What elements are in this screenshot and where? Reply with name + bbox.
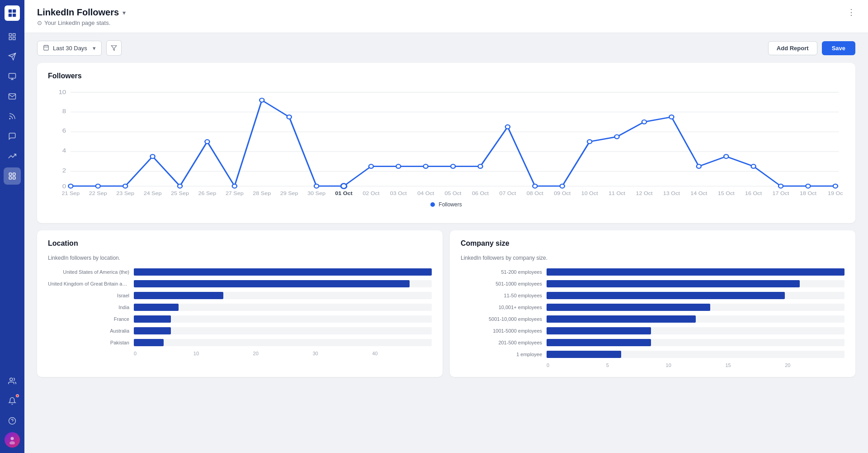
bar-row: 10,001+ employees <box>461 304 844 311</box>
bar-fill <box>547 327 651 334</box>
svg-text:09 Oct: 09 Oct <box>554 191 571 196</box>
sidebar-item-send[interactable] <box>4 48 21 65</box>
svg-text:02 Oct: 02 Oct <box>363 191 380 196</box>
svg-text:0: 0 <box>62 183 66 190</box>
save-button[interactable]: Save <box>822 41 855 55</box>
bar-label: France <box>48 316 129 322</box>
followers-line-chart: 0 2 4 6 8 10 <box>48 87 844 214</box>
sidebar-item-users[interactable] <box>4 372 21 390</box>
bar-track <box>134 327 432 334</box>
bar-row: 51-200 employees <box>461 268 844 276</box>
svg-rect-7 <box>13 38 15 40</box>
svg-text:07 Oct: 07 Oct <box>499 191 516 196</box>
more-options-icon[interactable]: ⋮ <box>847 7 855 17</box>
svg-point-64 <box>724 154 728 158</box>
user-avatar[interactable] <box>5 432 20 448</box>
svg-text:30 Sep: 30 Sep <box>307 191 326 196</box>
bar-track <box>547 351 844 358</box>
company-size-chart-title: Company size <box>461 239 844 248</box>
svg-point-46 <box>232 184 237 188</box>
sidebar-logo[interactable] <box>5 5 20 21</box>
svg-point-21 <box>10 437 14 440</box>
bar-label: Pakistan <box>48 340 129 345</box>
title-chevron-icon[interactable]: ▾ <box>123 9 126 16</box>
sidebar <box>0 0 24 453</box>
bar-fill <box>547 304 710 311</box>
svg-text:01 Oct: 01 Oct <box>335 191 353 196</box>
sidebar-item-analytics[interactable] <box>4 148 21 165</box>
bar-row: 1 employee <box>461 351 844 358</box>
filter-button[interactable] <box>106 40 122 56</box>
bar-row: 201-500 employees <box>461 339 844 346</box>
svg-point-53 <box>424 164 428 168</box>
svg-text:10 Oct: 10 Oct <box>581 191 599 196</box>
svg-text:12 Oct: 12 Oct <box>636 191 653 196</box>
bar-track <box>134 268 432 276</box>
line-chart-svg: 0 2 4 6 8 10 <box>48 87 844 196</box>
bar-fill <box>547 315 696 323</box>
svg-rect-15 <box>13 173 15 175</box>
bar-row: 11-50 employees <box>461 292 844 299</box>
bottom-charts: Location LinkedIn followers by location.… <box>37 230 855 384</box>
svg-point-55 <box>478 164 482 168</box>
sidebar-item-reports[interactable] <box>4 167 21 185</box>
sidebar-item-monitor[interactable] <box>4 68 21 85</box>
svg-point-57 <box>533 184 537 188</box>
svg-rect-14 <box>9 173 11 175</box>
sidebar-item-notifications[interactable] <box>4 392 21 410</box>
bar-label: 5001-10,000 employees <box>461 316 542 322</box>
bar-label: 501-1000 employees <box>461 281 542 286</box>
location-chart-title: Location <box>48 239 432 248</box>
svg-point-18 <box>10 378 13 381</box>
bar-fill <box>134 268 432 276</box>
svg-rect-16 <box>9 177 11 179</box>
calendar-icon <box>43 44 49 52</box>
page-header: LinkedIn Followers ▾ ⋮ ⊙ Your LinkedIn p… <box>24 0 868 33</box>
sidebar-item-dashboard[interactable] <box>4 28 21 45</box>
toolbar: Last 30 Days ▾ Add Report Save <box>24 33 868 63</box>
svg-point-60 <box>615 135 619 139</box>
bar-fill <box>134 280 410 287</box>
svg-text:29 Sep: 29 Sep <box>280 191 298 196</box>
bar-row: France <box>48 315 432 323</box>
company-size-chart-card: Company size LinkedIn followers by compa… <box>450 230 855 377</box>
company-size-bar-chart: 51-200 employees501-1000 employees11-50 … <box>461 268 844 368</box>
svg-text:23 Sep: 23 Sep <box>116 191 134 196</box>
bar-label: United States of America (the) <box>48 269 129 275</box>
bar-fill <box>134 292 223 299</box>
bar-fill <box>134 339 164 346</box>
svg-rect-2 <box>9 14 12 17</box>
bar-fill <box>134 304 179 311</box>
svg-point-13 <box>9 119 10 119</box>
svg-text:19 Oc: 19 Oc <box>828 191 843 196</box>
bar-fill <box>134 315 171 323</box>
add-report-button[interactable]: Add Report <box>768 41 817 55</box>
bar-label: United Kingdom of Great Britain and N... <box>48 281 129 286</box>
date-range-picker[interactable]: Last 30 Days ▾ <box>37 41 102 56</box>
svg-point-41 <box>96 184 100 188</box>
main-scroll-content: Followers 0 2 4 6 8 10 <box>24 63 868 453</box>
page-title: LinkedIn Followers <box>37 7 119 18</box>
svg-text:27 Sep: 27 Sep <box>226 191 244 196</box>
sidebar-item-help[interactable] <box>4 412 21 429</box>
bar-row: Israel <box>48 292 432 299</box>
bar-row: 5001-10,000 employees <box>461 315 844 323</box>
bar-label: Australia <box>48 328 129 334</box>
svg-point-58 <box>560 184 565 188</box>
svg-text:04 Oct: 04 Oct <box>417 191 434 196</box>
svg-point-59 <box>587 140 592 144</box>
bar-row: India <box>48 304 432 311</box>
bar-row: 501-1000 employees <box>461 280 844 287</box>
svg-rect-4 <box>9 33 11 36</box>
svg-point-42 <box>123 184 127 188</box>
bar-label: 11-50 employees <box>461 293 542 298</box>
sidebar-item-mail[interactable] <box>4 88 21 105</box>
sidebar-item-chat[interactable] <box>4 128 21 145</box>
sidebar-item-rss[interactable] <box>4 108 21 125</box>
bar-row: United Kingdom of Great Britain and N... <box>48 280 432 287</box>
svg-text:06 Oct: 06 Oct <box>472 191 489 196</box>
svg-point-49 <box>314 184 319 188</box>
svg-rect-5 <box>13 33 15 36</box>
bar-label: India <box>48 305 129 310</box>
bar-label: 201-500 employees <box>461 340 542 345</box>
